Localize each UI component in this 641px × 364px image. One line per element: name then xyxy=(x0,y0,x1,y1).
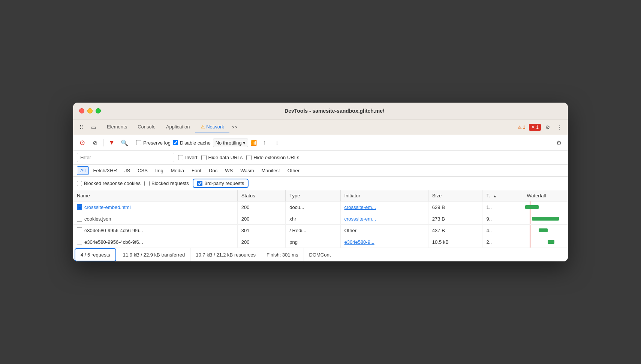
type-filter-ws[interactable]: WS xyxy=(222,166,236,175)
devtools-body: ⠿ ▭ Elements Console Application ⚠ Netwo… xyxy=(73,119,568,261)
blocked-cookies-label[interactable]: Blocked response cookies xyxy=(77,181,141,186)
network-warning-icon: ⚠ xyxy=(201,124,205,130)
fullscreen-button[interactable] xyxy=(96,108,101,113)
toolbar: ⊙ ⊘ ▼ 🔍 Preserve log Disable cache No th… xyxy=(73,135,568,151)
row-size: 10.5 kB xyxy=(428,236,482,248)
filter-input[interactable] xyxy=(77,153,174,162)
filter-icon[interactable]: ▼ xyxy=(106,137,117,148)
extra-filter-bar: Blocked response cookies Blocked request… xyxy=(73,177,568,190)
search-icon[interactable]: 🔍 xyxy=(119,137,130,148)
row-type: png xyxy=(286,236,340,248)
minimize-button[interactable] xyxy=(87,108,93,113)
row-name: crosssite-embed.html xyxy=(84,204,131,210)
table-row[interactable]: cookies.json200xhrcrosssite-em...273 B9.… xyxy=(73,213,568,225)
device-toggle-icon[interactable]: ▭ xyxy=(88,122,99,133)
cursor-icon[interactable]: ⠿ xyxy=(76,122,87,133)
type-filter-all[interactable]: All xyxy=(77,166,89,175)
hide-extension-checkbox[interactable] xyxy=(246,155,252,160)
col-size[interactable]: Size xyxy=(428,190,482,201)
row-initiator-link[interactable]: e304e580-9... xyxy=(344,239,374,245)
table-row[interactable]: ☰crosssite-embed.html200docu...crosssite… xyxy=(73,201,568,213)
tab-application[interactable]: Application xyxy=(161,121,195,133)
col-type[interactable]: Type xyxy=(286,190,340,201)
hide-data-label[interactable]: Hide data URLs xyxy=(201,155,243,160)
preserve-log-label[interactable]: Preserve log xyxy=(136,140,171,146)
type-filter-other[interactable]: Other xyxy=(284,166,303,175)
type-filter-fetch-xhr[interactable]: Fetch/XHR xyxy=(90,166,120,175)
row-waterfall xyxy=(523,225,568,236)
settings-icon[interactable]: ⚙ xyxy=(542,122,553,133)
network-table: Name Status Type Initiator Size T. ▲ Wat… xyxy=(73,190,568,248)
row-size: 629 B xyxy=(428,201,482,213)
requests-count: 4 / 5 requests xyxy=(75,248,116,261)
third-party-requests-checkbox[interactable] xyxy=(197,181,202,186)
disable-cache-label[interactable]: Disable cache xyxy=(173,140,211,146)
stop-recording-button[interactable]: ⊙ xyxy=(77,137,87,148)
col-waterfall[interactable]: Waterfall xyxy=(523,190,568,201)
error-icon: ✕ xyxy=(531,125,535,130)
type-filter-bar: All Fetch/XHR JS CSS Img Media Font Doc … xyxy=(73,165,568,177)
row-type: docu... xyxy=(286,201,340,213)
warning-icon: ⚠ xyxy=(518,125,522,130)
type-filter-doc[interactable]: Doc xyxy=(205,166,221,175)
invert-label[interactable]: Invert xyxy=(178,155,198,160)
tab-elements[interactable]: Elements xyxy=(102,121,132,133)
waterfall-timeline-marker xyxy=(530,213,530,224)
network-settings-icon[interactable]: ⚙ xyxy=(554,137,564,148)
tab-actions: ⚠ 1 ✕ 1 ⚙ ⋮ xyxy=(515,122,565,133)
clear-button[interactable]: ⊘ xyxy=(90,137,100,148)
type-filter-css[interactable]: CSS xyxy=(134,166,151,175)
row-initiator-link[interactable]: crosssite-em... xyxy=(344,204,376,210)
disable-cache-checkbox[interactable] xyxy=(173,140,178,145)
col-time[interactable]: T. ▲ xyxy=(482,190,523,201)
row-waterfall xyxy=(523,213,568,225)
preserve-log-checkbox[interactable] xyxy=(136,140,141,145)
type-filter-js[interactable]: JS xyxy=(121,166,133,175)
resources-size: 10.7 kB / 21.2 kB resources xyxy=(190,248,261,261)
close-button[interactable] xyxy=(79,108,84,113)
table-row[interactable]: e304e580-9956-4cb6-9f6...301/ Redi...Oth… xyxy=(73,225,568,236)
row-initiator-link[interactable]: crosssite-em... xyxy=(344,216,376,222)
col-initiator[interactable]: Initiator xyxy=(340,190,428,201)
tab-network[interactable]: ⚠ Network xyxy=(195,121,229,133)
row-time: 9.. xyxy=(482,213,523,225)
hide-extension-label[interactable]: Hide extension URLs xyxy=(246,155,299,160)
type-filter-wasm[interactable]: Wasm xyxy=(237,166,257,175)
throttling-selector[interactable]: No throttling ▾ xyxy=(213,139,248,147)
error-badge: ✕ 1 xyxy=(529,124,541,131)
filter-bar: Invert Hide data URLs Hide extension URL… xyxy=(73,151,568,165)
table-row[interactable]: e304e580-9956-4cb6-9f6...200pnge304e580-… xyxy=(73,236,568,248)
type-filter-media[interactable]: Media xyxy=(168,166,187,175)
download-icon[interactable]: ↓ xyxy=(272,137,282,148)
col-status[interactable]: Status xyxy=(237,190,286,201)
row-type: xhr xyxy=(286,213,340,225)
warning-badge: ⚠ 1 xyxy=(515,124,528,131)
row-status: 301 xyxy=(237,225,286,236)
row-status: 200 xyxy=(237,236,286,248)
tab-more[interactable]: >> xyxy=(229,121,240,133)
blocked-cookies-checkbox[interactable] xyxy=(77,181,82,186)
waterfall-bar xyxy=(525,205,539,209)
waterfall-bar xyxy=(539,228,548,232)
row-size: 273 B xyxy=(428,213,482,225)
upload-icon[interactable]: ↑ xyxy=(259,137,270,148)
wifi-icon: 📶 xyxy=(250,140,257,146)
type-filter-img[interactable]: Img xyxy=(152,166,167,175)
type-filter-manifest[interactable]: Manifest xyxy=(258,166,283,175)
file-icon xyxy=(77,227,82,233)
more-options-icon[interactable]: ⋮ xyxy=(554,122,565,133)
blocked-requests-label[interactable]: Blocked requests xyxy=(144,181,189,186)
col-name[interactable]: Name xyxy=(73,190,237,201)
invert-checkbox[interactable] xyxy=(178,155,183,160)
tab-console[interactable]: Console xyxy=(132,121,161,133)
hide-data-checkbox[interactable] xyxy=(201,155,207,160)
file-icon xyxy=(77,216,82,222)
waterfall-bar xyxy=(548,240,554,244)
row-name: e304e580-9956-4cb6-9f6... xyxy=(84,228,143,233)
third-party-requests-label[interactable]: 3rd-party requests xyxy=(193,179,249,188)
blocked-requests-checkbox[interactable] xyxy=(144,181,150,186)
type-filter-font[interactable]: Font xyxy=(188,166,205,175)
waterfall-bar xyxy=(532,217,559,221)
row-waterfall xyxy=(523,236,568,248)
transferred-size: 11.9 kB / 22.9 kB transferred xyxy=(118,248,190,261)
